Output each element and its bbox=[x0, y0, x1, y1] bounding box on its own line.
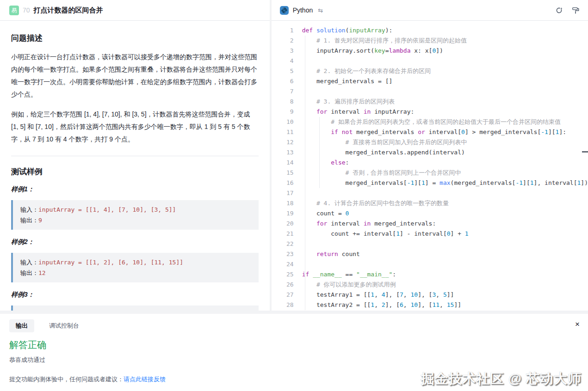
code-token: ]] bbox=[454, 301, 461, 308]
code-token bbox=[302, 250, 316, 257]
line-number: 13 bbox=[272, 147, 294, 158]
close-icon[interactable]: × bbox=[575, 320, 580, 328]
editor-scrollbar[interactable] bbox=[582, 151, 588, 153]
code-token: # 否则，合并当前区间到上一个合并区间中 bbox=[346, 169, 461, 176]
code-line: 18 # 4. 计算合并后的区间中包含的唯一数字的数量 bbox=[272, 198, 588, 208]
code-token: 10 bbox=[410, 301, 418, 308]
code-token: ]: bbox=[559, 128, 566, 135]
code-token: merged_intervals[ bbox=[302, 179, 407, 186]
switch-language-icon[interactable]: ⇆ bbox=[318, 7, 323, 14]
code-token: for bbox=[316, 220, 327, 227]
code-line-content: count += interval[1] - interval[0] + 1 bbox=[294, 230, 469, 237]
code-line: 7 bbox=[272, 86, 588, 97]
code-token: 2 bbox=[382, 301, 385, 308]
code-token: , bbox=[439, 301, 447, 308]
code-token bbox=[302, 281, 316, 288]
code-token: # 3. 遍历排序后的区间列表 bbox=[316, 98, 395, 105]
line-number: 28 bbox=[272, 300, 294, 310]
code-token: : bbox=[346, 159, 349, 166]
code-line-content: # 如果合并后的区间列表为空，或者当前区间的起始值大于最后一个合并区间的结束值 bbox=[294, 118, 561, 125]
code-line-content bbox=[294, 189, 302, 196]
line-number: 21 bbox=[272, 229, 294, 239]
reset-code-icon[interactable] bbox=[555, 6, 563, 14]
code-token: 1 bbox=[530, 179, 534, 186]
sample-label: 样例1： bbox=[11, 185, 259, 194]
language-label: Python bbox=[293, 6, 313, 14]
code-token: ][ bbox=[523, 179, 530, 186]
sample-label: 样例3： bbox=[11, 291, 259, 299]
line-number: 6 bbox=[272, 76, 294, 86]
code-token: solution bbox=[316, 27, 346, 34]
line-number: 5 bbox=[272, 66, 294, 76]
line-number: 20 bbox=[272, 219, 294, 229]
code-token bbox=[309, 271, 313, 278]
code-token bbox=[302, 139, 346, 146]
code-line-content: inputArray.sort(key=lambda x: x[0]) bbox=[294, 47, 443, 54]
sample-input-row: 输入：inputArray = [[1, 3], [2, 6], [8, 10]… bbox=[20, 310, 251, 311]
code-line-content: count = 0 bbox=[294, 210, 349, 217]
code-token: ] + bbox=[451, 230, 465, 237]
line-number: 22 bbox=[272, 239, 294, 249]
line-number: 16 bbox=[272, 178, 294, 188]
code-token: count bbox=[338, 250, 360, 257]
input-value: inputArray = [[1, 4], [7, 10], [3, 5]] bbox=[38, 206, 176, 213]
code-line: 27 testArray1 = [[1, 4], [7, 10], [3, 5]… bbox=[272, 290, 588, 300]
code-token: 0 bbox=[346, 210, 349, 217]
code-line: 23 return count bbox=[272, 249, 588, 259]
problem-title: 打点计数器的区间合并 bbox=[34, 6, 103, 15]
console-tab-输出[interactable]: 输出 bbox=[9, 319, 34, 332]
line-number: 18 bbox=[272, 198, 294, 208]
line-number: 19 bbox=[272, 208, 294, 219]
description-heading: 问题描述 bbox=[11, 33, 259, 43]
indent-guide bbox=[319, 117, 320, 188]
code-line: 4 bbox=[272, 56, 588, 66]
format-code-icon[interactable] bbox=[571, 6, 580, 14]
code-token bbox=[302, 108, 316, 115]
code-token: else bbox=[331, 159, 345, 166]
code-editor[interactable]: 1def solution(inputArray):2 # 1. 首先对区间进行… bbox=[272, 21, 588, 311]
sample-output-row: 输出：9 bbox=[20, 215, 251, 226]
code-token: max bbox=[439, 179, 450, 186]
console-tabs: 输出调试控制台 bbox=[0, 314, 588, 332]
line-number: 3 bbox=[272, 46, 294, 56]
code-token: (merged_intervals[ bbox=[451, 179, 516, 186]
code-token: # 你可以添加更多的测试用例 bbox=[316, 281, 396, 288]
code-token: def bbox=[302, 27, 316, 34]
code-line-content: testArray1 = [[1, 4], [7, 10], [3, 5]] bbox=[294, 291, 454, 298]
sample-block: 输入：inputArray = [[1, 4], [7, 10], [3, 5]… bbox=[11, 200, 259, 230]
code-token: -1 bbox=[541, 128, 548, 135]
code-token: merged_intervals bbox=[353, 128, 418, 135]
code-line: 1def solution(inputArray): bbox=[272, 25, 588, 36]
code-line: 5 # 2. 初始化一个列表来存储合并后的区间 bbox=[272, 66, 588, 76]
code-token: , bbox=[403, 291, 411, 298]
code-token: count += interval[ bbox=[302, 230, 396, 237]
code-line-content: testArray2 = [[1, 2], [6, 10], [11, 15]] bbox=[294, 301, 461, 308]
code-token: or bbox=[418, 128, 425, 135]
code-token: 0 bbox=[447, 230, 451, 237]
editor-actions bbox=[555, 6, 580, 14]
feedback-link[interactable]: 请点此链接反馈 bbox=[124, 376, 166, 383]
workspace: 易 70 打点计数器的区间合并 问题描述 小明正在设计一台打点计数器，该计数器可… bbox=[0, 0, 588, 311]
line-number: 14 bbox=[272, 158, 294, 168]
description-paragraph: 小明正在设计一台打点计数器，该计数器可以接受多个递增的数字范围，并对这些范围内的… bbox=[11, 51, 259, 101]
console-splitter[interactable] bbox=[0, 311, 588, 314]
code-token: # 2. 初始化一个列表来存储合并后的区间 bbox=[316, 67, 431, 74]
language-selector[interactable]: Python ⇆ bbox=[280, 6, 323, 15]
code-token: if bbox=[331, 128, 338, 135]
output-label: 输出： bbox=[20, 269, 38, 276]
code-line-content: merged_intervals = [] bbox=[294, 78, 393, 85]
code-token: merged_intervals = [] bbox=[302, 78, 393, 85]
code-line: 17 bbox=[272, 188, 588, 198]
code-token: # 如果合并后的区间列表为空，或者当前区间的起始值大于最后一个合并区间的结束值 bbox=[331, 118, 561, 125]
code-token: ], interval[ bbox=[534, 179, 577, 186]
code-line: 22 bbox=[272, 239, 588, 249]
code-token: ], [ bbox=[418, 301, 432, 308]
code-token: interval bbox=[327, 220, 363, 227]
code-token: 1 bbox=[465, 230, 469, 237]
code-token: 15 bbox=[447, 301, 454, 308]
code-token bbox=[302, 169, 346, 176]
output-label: 输出： bbox=[20, 217, 38, 224]
console-tab-调试控制台[interactable]: 调试控制台 bbox=[43, 319, 86, 332]
problem-panel: 易 70 打点计数器的区间合并 问题描述 小明正在设计一台打点计数器，该计数器可… bbox=[0, 0, 270, 311]
code-token: x: x[ bbox=[410, 47, 432, 54]
